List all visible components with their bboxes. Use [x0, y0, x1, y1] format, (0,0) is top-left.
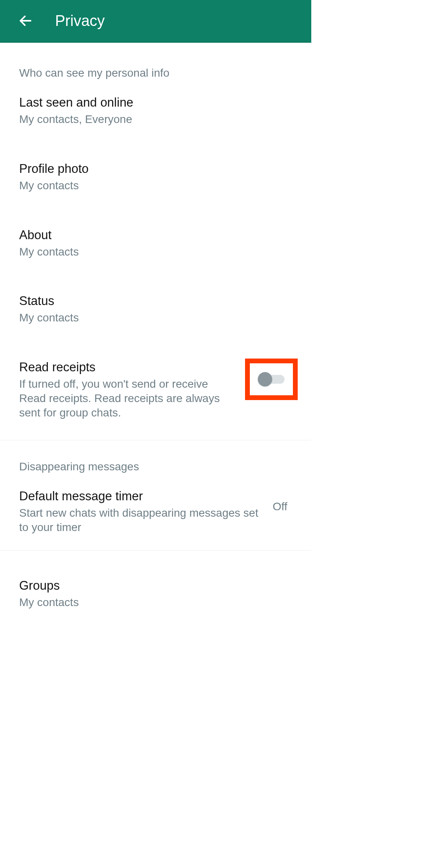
row-title: Profile photo [19, 162, 284, 176]
row-title: Read receipts [19, 360, 237, 375]
page-title: Privacy [55, 12, 105, 30]
blank-region [311, 0, 431, 623]
row-groups[interactable]: Groups My contacts [0, 567, 311, 622]
row-subtitle: My contacts [19, 178, 284, 193]
row-about[interactable]: About My contacts [0, 216, 311, 271]
row-title: Status [19, 294, 284, 308]
row-subtitle: My contacts [19, 311, 284, 325]
section-header-disappearing: Disappearing messages [0, 440, 311, 477]
row-status[interactable]: Status My contacts [0, 282, 311, 337]
section-header-personal-info: Who can see my personal info [0, 47, 311, 83]
row-subtitle: If turned off, you won't send or receive… [19, 377, 237, 420]
row-subtitle: My contacts [19, 595, 284, 610]
read-receipts-toggle[interactable] [257, 373, 286, 385]
row-read-receipts[interactable]: Read receipts If turned off, you won't s… [0, 348, 311, 432]
row-subtitle: My contacts [19, 245, 284, 259]
row-title: Default message timer [19, 489, 265, 503]
row-value: Off [273, 500, 287, 513]
back-icon[interactable] [17, 12, 34, 30]
row-subtitle: Start new chats with disappearing messag… [19, 506, 265, 535]
blank-region [0, 623, 431, 868]
row-last-seen[interactable]: Last seen and online My contacts, Everyo… [0, 83, 311, 139]
app-header: Privacy [0, 0, 311, 43]
row-title: Groups [19, 579, 284, 593]
highlight-box [245, 359, 298, 400]
row-title: Last seen and online [19, 95, 284, 110]
row-subtitle: My contacts, Everyone [19, 112, 284, 127]
row-title: About [19, 228, 284, 242]
row-default-timer[interactable]: Default message timer Start new chats wi… [0, 477, 311, 547]
row-profile-photo[interactable]: Profile photo My contacts [0, 150, 311, 205]
